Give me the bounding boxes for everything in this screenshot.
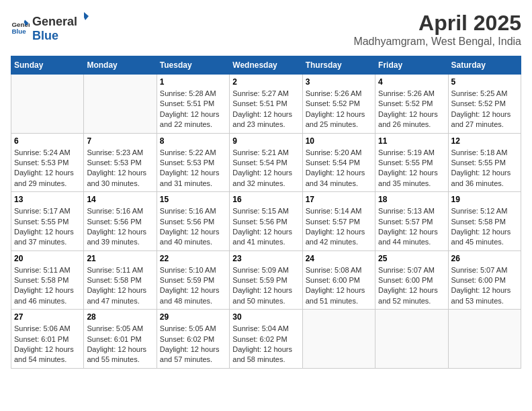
daylight-text: Daylight: 12 hours and 39 minutes. <box>87 228 146 246</box>
sunrise-text: Sunrise: 5:04 AM <box>232 324 289 332</box>
column-header-monday: Monday <box>84 56 157 75</box>
sunset-text: Sunset: 6:00 PM <box>378 276 433 284</box>
sunrise-text: Sunrise: 5:22 AM <box>160 148 216 156</box>
sunset-text: Sunset: 5:52 PM <box>451 99 506 107</box>
logo-flag-icon <box>78 11 90 26</box>
day-number: 21 <box>87 254 153 263</box>
calendar-cell: 3 Sunrise: 5:26 AM Sunset: 5:52 PM Dayli… <box>302 75 375 134</box>
sunset-text: Sunset: 5:59 PM <box>232 276 287 284</box>
calendar-cell: 26 Sunrise: 5:07 AM Sunset: 6:00 PM Dayl… <box>448 250 521 310</box>
svg-text:Blue: Blue <box>11 28 26 35</box>
calendar-cell: 5 Sunrise: 5:25 AM Sunset: 5:52 PM Dayli… <box>448 75 521 134</box>
sunset-text: Sunset: 5:55 PM <box>451 158 506 167</box>
calendar-cell: 27 Sunrise: 5:06 AM Sunset: 6:01 PM Dayl… <box>11 310 84 369</box>
day-number: 26 <box>451 254 518 263</box>
sunrise-text: Sunrise: 5:11 AM <box>87 266 143 274</box>
sunrise-text: Sunrise: 5:21 AM <box>232 148 289 156</box>
sunset-text: Sunset: 5:52 PM <box>378 99 433 107</box>
cell-content: Sunrise: 5:18 AM Sunset: 5:55 PM Dayligh… <box>451 148 518 189</box>
cell-content: Sunrise: 5:16 AM Sunset: 5:56 PM Dayligh… <box>160 206 226 248</box>
day-number: 24 <box>306 254 372 263</box>
cell-content: Sunrise: 5:06 AM Sunset: 6:01 PM Dayligh… <box>14 324 81 365</box>
daylight-text: Daylight: 12 hours and 42 minutes. <box>306 228 365 246</box>
sunset-text: Sunset: 5:53 PM <box>87 158 141 167</box>
cell-content: Sunrise: 5:17 AM Sunset: 5:55 PM Dayligh… <box>14 206 81 248</box>
sunset-text: Sunset: 5:52 PM <box>306 99 360 107</box>
day-number: 6 <box>14 136 81 146</box>
sunset-text: Sunset: 5:55 PM <box>14 218 69 226</box>
cell-content: Sunrise: 5:08 AM Sunset: 6:00 PM Dayligh… <box>306 265 372 307</box>
sunrise-text: Sunrise: 5:27 AM <box>232 89 289 97</box>
cell-content: Sunrise: 5:15 AM Sunset: 5:56 PM Dayligh… <box>232 206 299 248</box>
day-number: 20 <box>14 254 81 263</box>
calendar-header-row: SundayMondayTuesdayWednesdayThursdayFrid… <box>11 56 521 75</box>
sunrise-text: Sunrise: 5:26 AM <box>306 89 362 97</box>
location-title: Madhyamgram, West Bengal, India <box>353 36 521 48</box>
sunset-text: Sunset: 5:56 PM <box>87 218 141 226</box>
sunrise-text: Sunrise: 5:16 AM <box>87 207 143 215</box>
calendar-table: SundayMondayTuesdayWednesdayThursdayFrid… <box>11 56 521 369</box>
sunset-text: Sunset: 6:01 PM <box>14 335 69 343</box>
day-number: 29 <box>160 312 226 322</box>
sunrise-text: Sunrise: 5:05 AM <box>87 324 143 332</box>
daylight-text: Daylight: 12 hours and 48 minutes. <box>160 286 220 304</box>
cell-content: Sunrise: 5:22 AM Sunset: 5:53 PM Dayligh… <box>160 148 226 189</box>
calendar-cell: 24 Sunrise: 5:08 AM Sunset: 6:00 PM Dayl… <box>302 250 375 310</box>
day-number: 12 <box>451 136 518 146</box>
sunrise-text: Sunrise: 5:08 AM <box>306 266 362 274</box>
daylight-text: Daylight: 12 hours and 34 minutes. <box>306 169 365 187</box>
cell-content: Sunrise: 5:07 AM Sunset: 6:00 PM Dayligh… <box>378 265 445 307</box>
cell-content: Sunrise: 5:27 AM Sunset: 5:51 PM Dayligh… <box>232 89 299 130</box>
column-header-friday: Friday <box>375 56 448 75</box>
sunset-text: Sunset: 5:58 PM <box>87 276 141 284</box>
calendar-cell: 9 Sunrise: 5:21 AM Sunset: 5:54 PM Dayli… <box>230 133 302 192</box>
calendar-cell: 1 Sunrise: 5:28 AM Sunset: 5:51 PM Dayli… <box>157 75 229 134</box>
calendar-cell: 21 Sunrise: 5:11 AM Sunset: 5:58 PM Dayl… <box>84 250 157 310</box>
daylight-text: Daylight: 12 hours and 58 minutes. <box>232 345 292 363</box>
daylight-text: Daylight: 12 hours and 50 minutes. <box>232 286 292 304</box>
daylight-text: Daylight: 12 hours and 30 minutes. <box>87 169 146 187</box>
cell-content: Sunrise: 5:11 AM Sunset: 5:58 PM Dayligh… <box>87 265 153 307</box>
daylight-text: Daylight: 12 hours and 53 minutes. <box>451 286 511 304</box>
day-number: 27 <box>14 312 81 322</box>
daylight-text: Daylight: 12 hours and 54 minutes. <box>14 345 74 363</box>
sunrise-text: Sunrise: 5:25 AM <box>451 89 508 97</box>
sunset-text: Sunset: 5:53 PM <box>14 158 69 167</box>
calendar-cell: 12 Sunrise: 5:18 AM Sunset: 5:55 PM Dayl… <box>448 133 521 192</box>
header: General Blue General Blue April 2025 Mad… <box>11 11 521 48</box>
calendar-cell: 2 Sunrise: 5:27 AM Sunset: 5:51 PM Dayli… <box>230 75 302 134</box>
sunrise-text: Sunrise: 5:20 AM <box>306 148 362 156</box>
sunset-text: Sunset: 5:54 PM <box>306 158 360 167</box>
column-header-tuesday: Tuesday <box>157 56 229 75</box>
sunrise-text: Sunrise: 5:07 AM <box>451 266 508 274</box>
calendar-cell: 22 Sunrise: 5:10 AM Sunset: 5:59 PM Dayl… <box>157 250 229 310</box>
sunset-text: Sunset: 6:02 PM <box>160 335 214 343</box>
sunrise-text: Sunrise: 5:06 AM <box>14 324 71 332</box>
calendar-cell: 15 Sunrise: 5:16 AM Sunset: 5:56 PM Dayl… <box>157 192 229 251</box>
daylight-text: Daylight: 12 hours and 36 minutes. <box>451 169 511 187</box>
sunrise-text: Sunrise: 5:16 AM <box>160 207 216 215</box>
column-header-sunday: Sunday <box>11 56 84 75</box>
day-number: 23 <box>232 254 299 263</box>
daylight-text: Daylight: 12 hours and 52 minutes. <box>378 286 438 304</box>
cell-content: Sunrise: 5:10 AM Sunset: 5:59 PM Dayligh… <box>160 265 226 307</box>
daylight-text: Daylight: 12 hours and 27 minutes. <box>451 110 511 128</box>
cell-content: Sunrise: 5:11 AM Sunset: 5:58 PM Dayligh… <box>14 265 81 307</box>
calendar-cell <box>302 310 375 369</box>
calendar-cell: 30 Sunrise: 5:04 AM Sunset: 6:02 PM Dayl… <box>230 310 302 369</box>
daylight-text: Daylight: 12 hours and 47 minutes. <box>87 286 146 304</box>
calendar-cell: 18 Sunrise: 5:13 AM Sunset: 5:57 PM Dayl… <box>375 192 448 251</box>
calendar-cell: 13 Sunrise: 5:17 AM Sunset: 5:55 PM Dayl… <box>11 192 84 251</box>
sunset-text: Sunset: 6:00 PM <box>451 276 506 284</box>
column-header-saturday: Saturday <box>448 56 521 75</box>
calendar-cell: 19 Sunrise: 5:12 AM Sunset: 5:58 PM Dayl… <box>448 192 521 251</box>
sunrise-text: Sunrise: 5:23 AM <box>87 148 143 156</box>
sunrise-text: Sunrise: 5:11 AM <box>14 266 71 274</box>
calendar-cell: 23 Sunrise: 5:09 AM Sunset: 5:59 PM Dayl… <box>230 250 302 310</box>
sunset-text: Sunset: 5:57 PM <box>378 218 433 226</box>
daylight-text: Daylight: 12 hours and 46 minutes. <box>14 286 74 304</box>
sunset-text: Sunset: 5:51 PM <box>232 99 287 107</box>
cell-content: Sunrise: 5:19 AM Sunset: 5:55 PM Dayligh… <box>378 148 445 189</box>
calendar-cell <box>11 75 84 134</box>
cell-content: Sunrise: 5:09 AM Sunset: 5:59 PM Dayligh… <box>232 265 299 307</box>
